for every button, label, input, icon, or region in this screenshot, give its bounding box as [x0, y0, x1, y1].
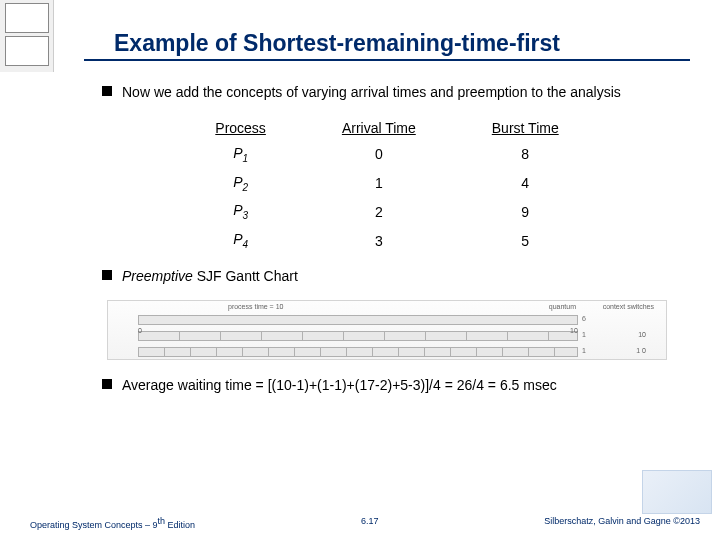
cell-arrival: 0: [304, 140, 454, 169]
cell-process: P1: [177, 140, 304, 169]
table-row: P3 2 9: [177, 197, 596, 226]
col-arrival: Arrival Time: [304, 116, 454, 140]
thumbnail-strip: [0, 0, 54, 72]
cell-process: P3: [177, 197, 304, 226]
bullet-list: Now we add the concepts of varying arriv…: [84, 83, 690, 102]
cell-arrival: 1: [304, 169, 454, 198]
footer-right: Silberschatz, Galvin and Gagne ©2013: [544, 516, 700, 530]
slide-thumbnail[interactable]: [5, 36, 49, 66]
cell-burst: 4: [454, 169, 597, 198]
cell-burst: 8: [454, 140, 597, 169]
cell-burst: 5: [454, 226, 597, 255]
bullet-item: Average waiting time = [(10-1)+(1-1)+(17…: [102, 376, 690, 395]
process-table: Process Arrival Time Burst Time P1 0 8 P…: [177, 116, 596, 255]
slide-body: Example of Shortest-remaining-time-first…: [54, 0, 720, 540]
cell-process: P4: [177, 226, 304, 255]
slide-title: Example of Shortest-remaining-time-first: [114, 30, 690, 57]
slide-footer: Operating System Concepts – 9th Edition …: [30, 516, 700, 530]
table-row: P2 1 4: [177, 169, 596, 198]
title-rule: [84, 59, 690, 61]
bullet-list: Preemptive SJF Gantt Chart: [84, 267, 690, 286]
table-row: P1 0 8: [177, 140, 596, 169]
bullet-list: Average waiting time = [(10-1)+(1-1)+(17…: [84, 376, 690, 395]
cell-arrival: 2: [304, 197, 454, 226]
cell-burst: 9: [454, 197, 597, 226]
table-row: P4 3 5: [177, 226, 596, 255]
footer-center: 6.17: [361, 516, 379, 530]
footer-decoration: [642, 470, 712, 514]
bullet-item: Preemptive SJF Gantt Chart: [102, 267, 690, 286]
slide-thumbnail[interactable]: [5, 3, 49, 33]
cell-process: P2: [177, 169, 304, 198]
emph-text: Preemptive: [122, 268, 193, 284]
footer-left: Operating System Concepts – 9th Edition: [30, 516, 195, 530]
col-burst: Burst Time: [454, 116, 597, 140]
table-header-row: Process Arrival Time Burst Time: [177, 116, 596, 140]
cell-arrival: 3: [304, 226, 454, 255]
bullet-item: Now we add the concepts of varying arriv…: [102, 83, 690, 102]
col-process: Process: [177, 116, 304, 140]
gantt-chart-image: process time = 10 quantum context switch…: [107, 300, 667, 360]
